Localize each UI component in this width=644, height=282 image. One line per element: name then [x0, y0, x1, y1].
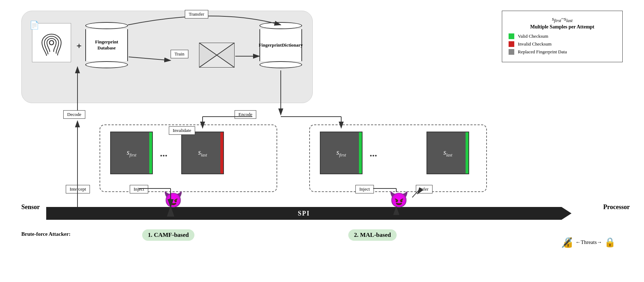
strip-green-mal-last — [466, 132, 468, 174]
ellipsis-mal: ... — [370, 148, 377, 159]
sensor-label: Sensor — [21, 203, 40, 211]
db2-top — [259, 22, 302, 29]
inject1-label: Inject — [134, 186, 144, 192]
sample-card-camf-last: slast — [181, 132, 224, 174]
inject2-label-box: Inject — [355, 185, 374, 193]
sample-card-mal-last: slast — [426, 132, 469, 174]
intercept-label: Intercept — [70, 186, 86, 192]
infer-label-box: infer — [416, 185, 433, 193]
invalidate-label: Invalidate — [173, 128, 191, 133]
devil-icon-1: 😈 — [163, 192, 183, 208]
strip-green-camf-first — [149, 132, 152, 174]
legend-label-valid: Valid Checksum — [518, 33, 548, 39]
s-last-camf-label: slast — [198, 148, 207, 158]
sample-card-mal-first: sfirst — [320, 132, 363, 174]
strip-green-mal-first — [359, 132, 362, 174]
plus-sign: + — [76, 41, 82, 52]
intercept-label-box: Intercept — [66, 185, 90, 193]
devil-icon-2: 😈 — [389, 192, 409, 208]
lock-icon: 🔒 — [604, 237, 616, 248]
transfer-label-box: Transfer — [185, 10, 208, 18]
s-first-mal-label: sfirst — [336, 148, 346, 158]
svg-marker-2 — [217, 43, 235, 68]
model-bowtie — [199, 43, 235, 69]
threats-label: ←Threats→ — [575, 239, 602, 245]
threats-section: 🔏 ←Threats→ 🔒 — [561, 236, 616, 248]
legend-color-replaced — [509, 49, 514, 55]
db2-body: FingerprintDictionary — [259, 29, 302, 61]
legend-label-invalid: Invalid Checksum — [518, 41, 552, 47]
diagram-container: 📄 + FingerprintDatabase Train Fingerprin… — [0, 0, 644, 282]
s-first-camf-label: sfirst — [127, 148, 136, 158]
spi-bus: SPI — [46, 207, 562, 220]
db1-body: FingerprintDatabase — [85, 29, 128, 61]
legend-item-invalid: Invalid Checksum — [509, 41, 616, 47]
spi-label: SPI — [298, 210, 310, 217]
svg-marker-1 — [199, 43, 217, 68]
ellipsis-camf: ... — [160, 148, 167, 159]
brute-force-label: Brute-force Attacker: — [21, 231, 70, 237]
legend-color-valid — [509, 33, 514, 39]
transfer-label: Transfer — [189, 11, 204, 17]
encode-label: Encode — [238, 112, 252, 117]
legend-color-invalid — [509, 41, 514, 47]
encode-label-box: Encode — [235, 110, 256, 119]
strip-red-camf-last — [220, 132, 223, 174]
db2-label: FingerprintDictionary — [259, 42, 303, 48]
db1-bottom — [85, 61, 128, 68]
pages-icon: 📄 — [29, 21, 39, 30]
db1-label: FingerprintDatabase — [95, 39, 118, 51]
s-last-mal-label: slast — [443, 148, 452, 158]
mal-based-label: 2. MAL-based — [348, 229, 397, 241]
infer-label: infer — [420, 186, 429, 192]
decode-label: Decode — [67, 112, 81, 117]
svg-point-0 — [49, 41, 54, 45]
train-label: Train — [175, 51, 184, 57]
processor-label: Processor — [603, 203, 630, 211]
legend-item-valid: Valid Checksum — [509, 33, 616, 39]
legend-label-replaced: Replaced Fingerprint Data — [518, 49, 567, 55]
inject1-label-box: Inject — [130, 185, 148, 193]
db2-bottom — [259, 61, 302, 68]
sample-card-camf-first: sfirst — [110, 132, 153, 174]
fingerprint-dictionary: FingerprintDictionary — [259, 22, 302, 68]
legend-item-replaced: Replaced Fingerprint Data — [509, 49, 616, 55]
fingerprint-database: FingerprintDatabase — [85, 22, 128, 68]
legend-title-text: Multiple Samples per Attempt — [509, 24, 616, 30]
legend-box: sfirst~slast Multiple Samples per Attemp… — [502, 11, 623, 62]
legend-title-math: sfirst~slast — [509, 16, 616, 23]
invalidate-label-box: Invalidate — [169, 126, 195, 135]
decode-label-box: Decode — [63, 110, 85, 119]
inject2-label: Inject — [359, 186, 370, 192]
train-label-box: Train — [171, 50, 188, 58]
db1-top — [85, 22, 128, 29]
fingerprint-threat-icon: 🔏 — [561, 236, 573, 248]
camf-based-label: 1. CAMF-based — [142, 229, 194, 241]
